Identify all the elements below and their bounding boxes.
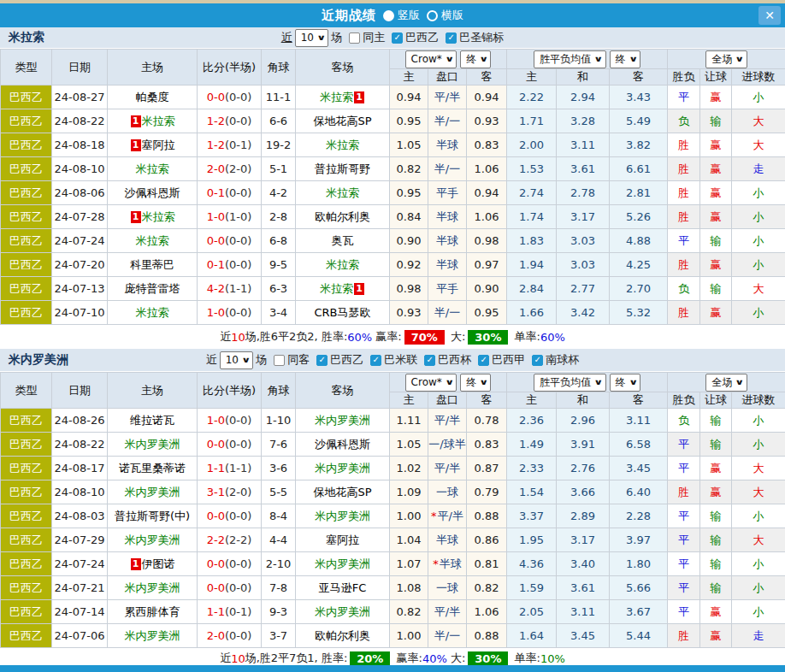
bookmaker-select[interactable]: Crow*∨ [405,374,457,392]
home-team-name: 米拉索 [142,210,175,223]
league-checkbox[interactable]: ✓ [446,32,457,44]
handicap-value: 平/半 [434,462,460,475]
away-team-name: 奥瓦 [332,234,354,247]
halftime-score: (0-0) [225,581,251,594]
odds-home-cell: 1.02 [390,457,428,480]
recent-results-window: 近期战绩 竖版 横版 ✕ 米拉索 近 10∨ 场 同主 ✓巴西乙✓巴圣锦标 [0,0,785,672]
result-cell: 平 [668,600,700,624]
mean-away-cell: 3.45 [610,457,668,480]
goals-result-cell: 大 [732,528,785,552]
corners-cell: 3-4 [262,301,296,325]
league-checkbox[interactable]: ✓ [532,355,543,366]
league-cell: 巴西乙 [1,229,52,253]
chevron-down-icon: ∨ [316,33,326,42]
home-team-name: 米内罗美洲 [125,581,180,594]
mean-away-cell: 4.88 [610,229,668,253]
league-cell: 巴西乙 [1,85,52,109]
odds-home-cell: 1.07 [390,552,428,576]
league-checkbox[interactable]: ✓ [316,355,328,366]
mean-final-select[interactable]: 终∨ [610,50,640,68]
odds-away-cell: 0.79 [467,480,507,504]
vertical-layout-radio[interactable] [383,10,394,21]
odds-home-cell: 0.94 [390,85,428,109]
same-venue-checkbox[interactable] [274,355,285,366]
mean-draw-cell: 2.77 [557,277,610,301]
col-away: 客场 [296,50,390,85]
mean-home-cell: 1.95 [507,528,557,552]
mean-home-cell: 1.64 [507,624,557,648]
match-count-select[interactable]: 10∨ [295,29,329,47]
halftime-score: (0-0) [225,91,251,103]
handicap-result-cell: 输 [700,576,732,600]
fulltime-score: 1-1 [207,605,225,618]
chevron-down-icon: ∨ [735,55,745,63]
score-cell: 0-0(0-0) [198,552,262,576]
match-count-select[interactable]: 10∨ [220,351,254,369]
home-team-cell: 维拉诺瓦 [108,409,198,433]
horizontal-layout-radio[interactable] [427,10,438,21]
odds-final-select[interactable]: 终∨ [460,50,491,68]
league-checkbox[interactable]: ✓ [424,355,435,366]
same-venue-checkbox[interactable] [349,32,360,44]
mean-select[interactable]: 胜平负均值∨ [534,374,605,392]
away-team-name: 米拉索 [326,258,359,271]
score-cell: 3-1(2-0) [198,480,262,504]
fulltime-score: 0-1 [207,258,225,271]
date-cell: 24-08-22 [52,433,108,457]
league-checkbox[interactable]: ✓ [478,355,489,366]
close-icon[interactable]: ✕ [758,6,781,25]
mean-final-select[interactable]: 终∨ [610,374,640,392]
home-team-cell: 1米拉索 [108,205,198,229]
scope-select[interactable]: 全场∨ [705,374,747,392]
odds-away-cell: 0.95 [467,301,507,325]
mean-draw-cell: 3.11 [557,600,610,624]
mean-home-cell: 2.00 [507,133,557,157]
match-row: 巴西乙24-08-10米拉索2-0(2-0)5-1普拉斯哥野0.82半/一1.0… [1,157,785,181]
league-cell: 巴西乙 [1,253,52,277]
score-cell: 0-0(0-0) [198,229,262,253]
handicap-cell: 平手 [428,277,467,301]
handicap-cell: 半/一 [428,109,467,133]
mean-select[interactable]: 胜平负均值∨ [534,50,605,68]
corners-cell: 11-1 [262,85,296,109]
halftime-score: (2-2) [225,533,251,546]
mean-home-cell: 1.71 [507,109,557,133]
odds-home-cell: 1.11 [390,409,428,433]
rank-badge: 1 [131,558,141,570]
away-team-section: 米内罗美洲 近 10∨ 场 同客 ✓巴西乙✓巴米联✓巴西杯✓巴西甲✓南球杯 类型 [0,349,785,669]
away-team-cell: 米内罗美洲 [296,409,390,433]
corners-cell: 9-3 [262,600,296,624]
col-type: 类型 [1,373,52,409]
col-date: 日期 [52,50,108,85]
fulltime-score: 0-0 [207,234,225,247]
away-team-name: 米内罗美洲 [315,605,370,618]
col-corners: 角球 [262,50,296,85]
fulltime-score: 1-2 [207,115,225,127]
scope-select[interactable]: 全场∨ [705,50,747,68]
rank-badge: 1 [354,91,364,103]
league-checkbox[interactable]: ✓ [392,32,403,44]
away-team-cell: 米内罗美洲 [296,457,390,480]
mean-home-cell: 2.33 [507,457,557,480]
handicap-result-cell: 赢 [700,205,732,229]
bookmaker-select[interactable]: Crow*∨ [405,50,457,68]
league-checkbox[interactable]: ✓ [370,355,381,366]
goals-result-cell: 小 [732,253,785,277]
away-team-cell: 米拉索 [296,253,390,277]
goals-result-cell: 小 [732,576,785,600]
away-team-name: 米内罗美洲 [315,557,370,570]
halftime-score: (2-0) [225,486,251,498]
handicap-result-cell: 输 [700,528,732,552]
home-team-name: 塞阿拉 [142,139,175,151]
home-team-name: 米拉索 [142,115,175,127]
away-team-name: 欧帕尔利奥 [315,210,370,223]
mean-draw-cell: 3.66 [557,480,610,504]
games-label: 场 [256,352,267,368]
col-home: 主场 [108,373,198,409]
odds-final-select[interactable]: 终∨ [460,374,491,392]
goals-result-cell: 小 [732,301,785,325]
match-row: 巴西乙24-08-03普拉斯哥野(中)0-0(0-0)8-4米内罗美洲1.00*… [1,504,785,528]
result-cell: 平 [668,504,700,528]
fulltime-score: 0-0 [207,91,225,103]
stat-segment: 大: [447,329,466,345]
